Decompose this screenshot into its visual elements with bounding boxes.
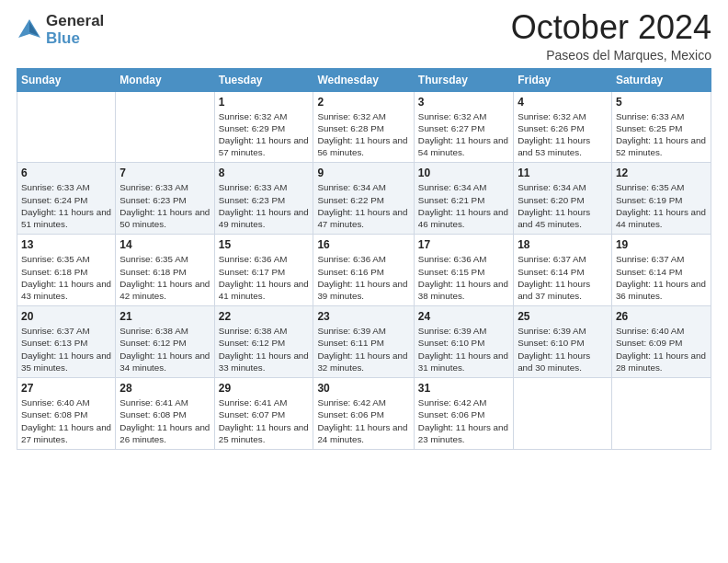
day-number: 25 bbox=[518, 310, 608, 323]
day-info: Sunrise: 6:34 AMSunset: 6:20 PMDaylight:… bbox=[518, 181, 608, 230]
header: General Blue October 2024 Paseos del Mar… bbox=[17, 9, 711, 63]
day-number: 2 bbox=[317, 96, 409, 109]
page: General Blue October 2024 Paseos del Mar… bbox=[0, 0, 728, 563]
calendar-week-2: 6Sunrise: 6:33 AMSunset: 6:24 PMDaylight… bbox=[17, 163, 711, 235]
day-number: 14 bbox=[119, 238, 210, 251]
table-row: 6Sunrise: 6:33 AMSunset: 6:24 PMDaylight… bbox=[17, 163, 116, 235]
day-info: Sunrise: 6:34 AMSunset: 6:21 PMDaylight:… bbox=[418, 181, 509, 230]
day-info: Sunrise: 6:40 AMSunset: 6:09 PMDaylight:… bbox=[616, 325, 707, 373]
calendar-week-3: 13Sunrise: 6:35 AMSunset: 6:18 PMDayligh… bbox=[17, 235, 711, 306]
table-row: 16Sunrise: 6:36 AMSunset: 6:16 PMDayligh… bbox=[313, 235, 414, 306]
table-row: 26Sunrise: 6:40 AMSunset: 6:09 PMDayligh… bbox=[611, 306, 711, 378]
table-row: 1Sunrise: 6:32 AMSunset: 6:29 PMDaylight… bbox=[214, 91, 313, 163]
day-number: 7 bbox=[119, 167, 210, 179]
table-row: 9Sunrise: 6:34 AMSunset: 6:22 PMDaylight… bbox=[313, 163, 414, 235]
calendar: Sunday Monday Tuesday Wednesday Thursday… bbox=[17, 68, 711, 450]
day-number: 8 bbox=[219, 167, 310, 179]
day-info: Sunrise: 6:32 AMSunset: 6:26 PMDaylight:… bbox=[518, 110, 608, 159]
col-wednesday: Wednesday bbox=[313, 68, 414, 91]
day-info: Sunrise: 6:38 AMSunset: 6:12 PMDaylight:… bbox=[119, 325, 210, 373]
table-row: 7Sunrise: 6:33 AMSunset: 6:23 PMDaylight… bbox=[116, 163, 214, 235]
day-number: 19 bbox=[616, 238, 707, 251]
header-row: Sunday Monday Tuesday Wednesday Thursday… bbox=[17, 68, 711, 91]
day-number: 10 bbox=[418, 167, 509, 179]
col-friday: Friday bbox=[514, 68, 612, 91]
title-block: October 2024 Paseos del Marques, Mexico bbox=[511, 9, 711, 63]
table-row: 27Sunrise: 6:40 AMSunset: 6:08 PMDayligh… bbox=[17, 378, 116, 450]
day-number: 26 bbox=[616, 310, 707, 323]
table-row: 5Sunrise: 6:33 AMSunset: 6:25 PMDaylight… bbox=[611, 91, 711, 163]
day-number: 18 bbox=[518, 238, 608, 251]
day-info: Sunrise: 6:39 AMSunset: 6:10 PMDaylight:… bbox=[518, 325, 608, 373]
day-number: 27 bbox=[21, 382, 111, 395]
table-row: 22Sunrise: 6:38 AMSunset: 6:12 PMDayligh… bbox=[214, 306, 313, 378]
day-number: 5 bbox=[616, 96, 707, 109]
day-info: Sunrise: 6:32 AMSunset: 6:27 PMDaylight:… bbox=[418, 110, 509, 159]
day-info: Sunrise: 6:33 AMSunset: 6:24 PMDaylight:… bbox=[21, 181, 111, 230]
logo-blue: Blue bbox=[46, 30, 104, 48]
table-row: 11Sunrise: 6:34 AMSunset: 6:20 PMDayligh… bbox=[514, 163, 612, 235]
day-info: Sunrise: 6:33 AMSunset: 6:25 PMDaylight:… bbox=[616, 110, 707, 159]
table-row: 18Sunrise: 6:37 AMSunset: 6:14 PMDayligh… bbox=[514, 235, 612, 306]
month-title: October 2024 bbox=[511, 9, 711, 46]
col-sunday: Sunday bbox=[17, 68, 116, 91]
day-number: 3 bbox=[418, 96, 509, 109]
calendar-week-5: 27Sunrise: 6:40 AMSunset: 6:08 PMDayligh… bbox=[17, 378, 711, 450]
day-info: Sunrise: 6:39 AMSunset: 6:10 PMDaylight:… bbox=[418, 325, 509, 373]
table-row: 28Sunrise: 6:41 AMSunset: 6:08 PMDayligh… bbox=[116, 378, 214, 450]
day-info: Sunrise: 6:34 AMSunset: 6:22 PMDaylight:… bbox=[317, 181, 409, 230]
day-number: 28 bbox=[119, 382, 210, 395]
location: Paseos del Marques, Mexico bbox=[511, 48, 711, 63]
table-row: 10Sunrise: 6:34 AMSunset: 6:21 PMDayligh… bbox=[414, 163, 513, 235]
day-number: 4 bbox=[518, 96, 608, 109]
col-thursday: Thursday bbox=[414, 68, 513, 91]
logo-text: General Blue bbox=[46, 13, 104, 47]
day-number: 13 bbox=[21, 238, 111, 251]
day-info: Sunrise: 6:42 AMSunset: 6:06 PMDaylight:… bbox=[418, 396, 509, 445]
table-row: 19Sunrise: 6:37 AMSunset: 6:14 PMDayligh… bbox=[611, 235, 711, 306]
day-info: Sunrise: 6:41 AMSunset: 6:07 PMDaylight:… bbox=[219, 396, 310, 445]
table-row: 4Sunrise: 6:32 AMSunset: 6:26 PMDaylight… bbox=[514, 91, 612, 163]
day-info: Sunrise: 6:37 AMSunset: 6:13 PMDaylight:… bbox=[21, 325, 111, 373]
table-row: 2Sunrise: 6:32 AMSunset: 6:28 PMDaylight… bbox=[313, 91, 414, 163]
day-info: Sunrise: 6:36 AMSunset: 6:16 PMDaylight:… bbox=[317, 253, 409, 302]
day-info: Sunrise: 6:41 AMSunset: 6:08 PMDaylight:… bbox=[119, 396, 210, 445]
table-row: 3Sunrise: 6:32 AMSunset: 6:27 PMDaylight… bbox=[414, 91, 513, 163]
logo-icon bbox=[17, 17, 42, 43]
table-row: 30Sunrise: 6:42 AMSunset: 6:06 PMDayligh… bbox=[313, 378, 414, 450]
day-number: 12 bbox=[616, 167, 707, 179]
table-row: 31Sunrise: 6:42 AMSunset: 6:06 PMDayligh… bbox=[414, 378, 513, 450]
table-row bbox=[116, 91, 214, 163]
day-info: Sunrise: 6:33 AMSunset: 6:23 PMDaylight:… bbox=[119, 181, 210, 230]
day-number: 17 bbox=[418, 238, 509, 251]
logo-general: General bbox=[46, 13, 104, 30]
table-row: 13Sunrise: 6:35 AMSunset: 6:18 PMDayligh… bbox=[17, 235, 116, 306]
day-number: 30 bbox=[317, 382, 409, 395]
day-info: Sunrise: 6:35 AMSunset: 6:18 PMDaylight:… bbox=[21, 253, 111, 302]
table-row: 14Sunrise: 6:35 AMSunset: 6:18 PMDayligh… bbox=[116, 235, 214, 306]
logo: General Blue bbox=[17, 13, 104, 47]
day-number: 11 bbox=[518, 167, 608, 179]
table-row: 8Sunrise: 6:33 AMSunset: 6:23 PMDaylight… bbox=[214, 163, 313, 235]
day-info: Sunrise: 6:36 AMSunset: 6:17 PMDaylight:… bbox=[219, 253, 310, 302]
day-number: 16 bbox=[317, 238, 409, 251]
day-info: Sunrise: 6:37 AMSunset: 6:14 PMDaylight:… bbox=[616, 253, 707, 302]
day-info: Sunrise: 6:39 AMSunset: 6:11 PMDaylight:… bbox=[317, 325, 409, 373]
day-number: 23 bbox=[317, 310, 409, 323]
table-row: 23Sunrise: 6:39 AMSunset: 6:11 PMDayligh… bbox=[313, 306, 414, 378]
day-number: 21 bbox=[119, 310, 210, 323]
day-number: 1 bbox=[219, 96, 310, 109]
table-row: 24Sunrise: 6:39 AMSunset: 6:10 PMDayligh… bbox=[414, 306, 513, 378]
day-info: Sunrise: 6:32 AMSunset: 6:29 PMDaylight:… bbox=[219, 110, 310, 159]
table-row: 20Sunrise: 6:37 AMSunset: 6:13 PMDayligh… bbox=[17, 306, 116, 378]
col-tuesday: Tuesday bbox=[214, 68, 313, 91]
table-row bbox=[17, 91, 116, 163]
day-info: Sunrise: 6:42 AMSunset: 6:06 PMDaylight:… bbox=[317, 396, 409, 445]
day-info: Sunrise: 6:33 AMSunset: 6:23 PMDaylight:… bbox=[219, 181, 310, 230]
table-row bbox=[514, 378, 612, 450]
day-number: 20 bbox=[21, 310, 111, 323]
day-info: Sunrise: 6:37 AMSunset: 6:14 PMDaylight:… bbox=[518, 253, 608, 302]
table-row: 15Sunrise: 6:36 AMSunset: 6:17 PMDayligh… bbox=[214, 235, 313, 306]
day-info: Sunrise: 6:32 AMSunset: 6:28 PMDaylight:… bbox=[317, 110, 409, 159]
day-number: 22 bbox=[219, 310, 310, 323]
